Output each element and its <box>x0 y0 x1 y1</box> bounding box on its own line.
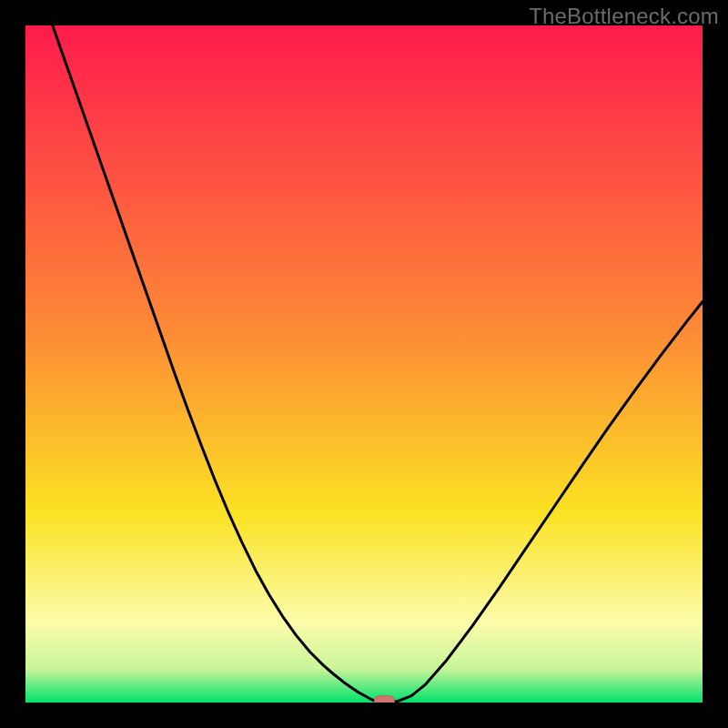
plot-area <box>25 25 703 703</box>
watermark-text: TheBottleneck.com <box>529 4 719 29</box>
plot-svg <box>25 25 703 703</box>
minimum-marker <box>374 696 394 703</box>
chart-frame: TheBottleneck.com <box>0 0 728 728</box>
gradient-background <box>25 25 703 703</box>
